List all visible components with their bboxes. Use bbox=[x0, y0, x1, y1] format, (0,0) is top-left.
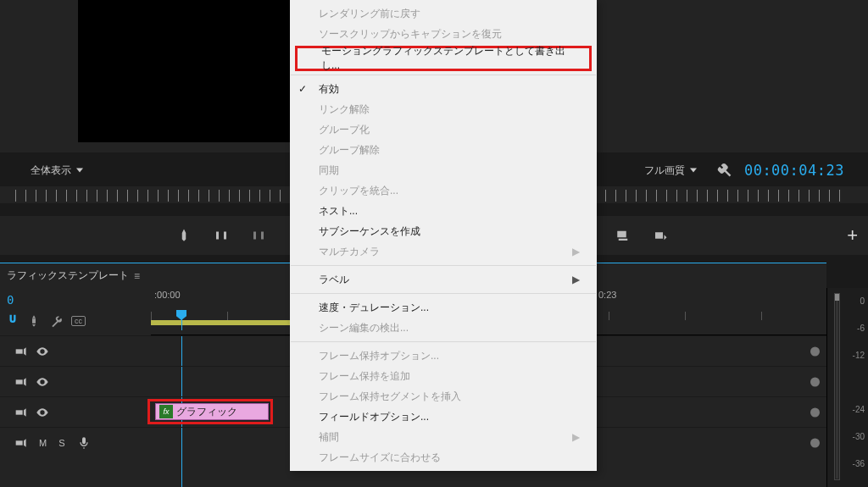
db-label: -6 bbox=[857, 324, 865, 333]
menu-separator bbox=[291, 75, 596, 75]
menu-item-revert-render: レンダリング前に戻す bbox=[290, 3, 597, 24]
panel-menu-icon[interactable]: ≡ bbox=[134, 270, 140, 282]
audio-track-header[interactable]: M S bbox=[0, 427, 151, 457]
eye-icon[interactable] bbox=[36, 375, 49, 389]
check-icon: ✓ bbox=[298, 83, 307, 95]
video-track-header[interactable] bbox=[0, 366, 151, 396]
menu-item-time-interpolation: 補間▶ bbox=[290, 427, 597, 447]
submenu-arrow-icon: ▶ bbox=[572, 246, 580, 257]
voiceover-mic-icon[interactable] bbox=[77, 436, 91, 450]
view-mode-dropdown[interactable]: 全体表示 bbox=[24, 160, 90, 181]
db-label: 0 bbox=[860, 296, 865, 306]
menu-item-ungroup: グループ解除 bbox=[290, 140, 597, 160]
svg-rect-1 bbox=[618, 239, 627, 241]
snap-icon[interactable] bbox=[7, 313, 19, 328]
mute-button[interactable]: M bbox=[39, 438, 47, 448]
menu-item-synchronize: 同期 bbox=[290, 160, 597, 180]
track-output-icon[interactable] bbox=[14, 375, 27, 389]
db-label: -12 bbox=[853, 351, 865, 360]
track-output-icon[interactable] bbox=[14, 436, 27, 450]
eye-icon[interactable] bbox=[36, 406, 49, 419]
menu-item-nest[interactable]: ネスト... bbox=[290, 201, 597, 221]
clip-context-menu: レンダリング前に戻す ソースクリップからキャプションを復元 モーショングラフィッ… bbox=[290, 0, 597, 471]
solo-button[interactable]: S bbox=[58, 438, 64, 448]
menu-item-unlink: リンク解除 bbox=[290, 99, 597, 119]
marker-add-icon[interactable] bbox=[172, 224, 196, 247]
menu-item-group: グループ化 bbox=[290, 119, 597, 140]
svg-rect-0 bbox=[617, 231, 626, 238]
svg-rect-5 bbox=[16, 440, 23, 445]
fx-badge-icon[interactable]: fx bbox=[159, 405, 173, 418]
wrench-track-icon[interactable] bbox=[49, 314, 63, 328]
timeline-current-timecode[interactable]: 0 bbox=[7, 293, 144, 307]
menu-item-insert-frame-hold-segment: フレーム保持セグメントを挿入 bbox=[290, 386, 597, 407]
menu-separator bbox=[291, 265, 596, 266]
track-output-icon[interactable] bbox=[14, 345, 27, 358]
eye-icon[interactable] bbox=[36, 345, 49, 358]
selected-clip-highlight: fx グラフィック bbox=[147, 399, 273, 424]
panel-title: ラフィックステンプレート bbox=[7, 268, 129, 283]
overwrite-clip-icon[interactable] bbox=[648, 224, 672, 247]
graphics-clip[interactable]: fx グラフィック bbox=[155, 403, 269, 420]
db-label: -24 bbox=[853, 405, 865, 414]
submenu-arrow-icon: ▶ bbox=[572, 274, 580, 285]
ruler-tick-label: 0:23 bbox=[598, 290, 616, 300]
clip-label: グラフィック bbox=[176, 405, 237, 419]
menu-item-frame-hold-options: フレーム保持オプション... bbox=[290, 346, 597, 366]
menu-item-scene-edit-detection: シーン編集の検出... bbox=[290, 318, 597, 338]
insert-clip-icon[interactable] bbox=[611, 224, 635, 247]
quality-dropdown[interactable]: フル画質 bbox=[637, 160, 704, 181]
add-button-icon[interactable]: + bbox=[847, 224, 858, 246]
submenu-arrow-icon: ▶ bbox=[572, 431, 580, 443]
menu-item-restore-captions: ソースクリップからキャプションを復元 bbox=[290, 24, 597, 44]
svg-rect-3 bbox=[16, 379, 23, 384]
svg-rect-4 bbox=[16, 410, 23, 414]
track-output-icon[interactable] bbox=[14, 406, 27, 419]
db-label: -30 bbox=[853, 432, 865, 441]
menu-item-make-subsequence[interactable]: サブシーケンスを作成 bbox=[290, 221, 597, 241]
settings-wrench-icon[interactable] bbox=[715, 162, 732, 179]
menu-separator bbox=[291, 293, 596, 294]
video-track-header[interactable] bbox=[0, 396, 151, 427]
menu-item-scale-to-frame: フレームサイズに合わせる bbox=[290, 447, 597, 468]
menu-item-merge-clips: クリップを統合... bbox=[290, 180, 597, 201]
menu-item-enabled[interactable]: ✓有効 bbox=[290, 79, 597, 99]
menu-item-speed-duration[interactable]: 速度・デュレーション... bbox=[290, 297, 597, 318]
ruler-tick-label: :00:00 bbox=[154, 290, 181, 300]
menu-item-label[interactable]: ラベル▶ bbox=[290, 269, 597, 290]
db-label: -36 bbox=[853, 459, 865, 468]
keyframe-dot-icon bbox=[810, 346, 820, 356]
menu-item-export-mogrt[interactable]: モーショングラフィックステンプレートとして書き出し... bbox=[298, 48, 589, 69]
in-out-icon-2[interactable] bbox=[247, 224, 270, 247]
menu-item-multicamera: マルチカメラ▶ bbox=[290, 241, 597, 262]
program-timecode[interactable]: 00:00:04:23 bbox=[744, 162, 844, 179]
keyframe-dot-icon bbox=[810, 407, 820, 417]
menu-separator bbox=[291, 341, 596, 342]
keyframe-dot-icon bbox=[810, 377, 820, 386]
preview-viewport bbox=[78, 0, 290, 142]
track-headers: M S bbox=[0, 335, 151, 487]
menu-item-field-options[interactable]: フィールドオプション... bbox=[290, 407, 597, 427]
linked-selection-icon[interactable] bbox=[27, 314, 41, 328]
menu-item-export-mogrt-highlight: モーショングラフィックステンプレートとして書き出し... bbox=[295, 46, 592, 71]
captions-toggle-icon[interactable]: cc bbox=[71, 316, 86, 326]
audio-level-bar bbox=[834, 293, 840, 480]
video-track-header[interactable] bbox=[0, 335, 151, 366]
audio-meter: 0 -6 -12 -24 -30 -36 bbox=[826, 288, 868, 487]
in-out-icon[interactable] bbox=[209, 224, 233, 247]
keyframe-dot-icon bbox=[810, 438, 820, 447]
svg-rect-2 bbox=[16, 349, 23, 353]
menu-item-add-frame-hold: フレーム保持を追加 bbox=[290, 366, 597, 386]
